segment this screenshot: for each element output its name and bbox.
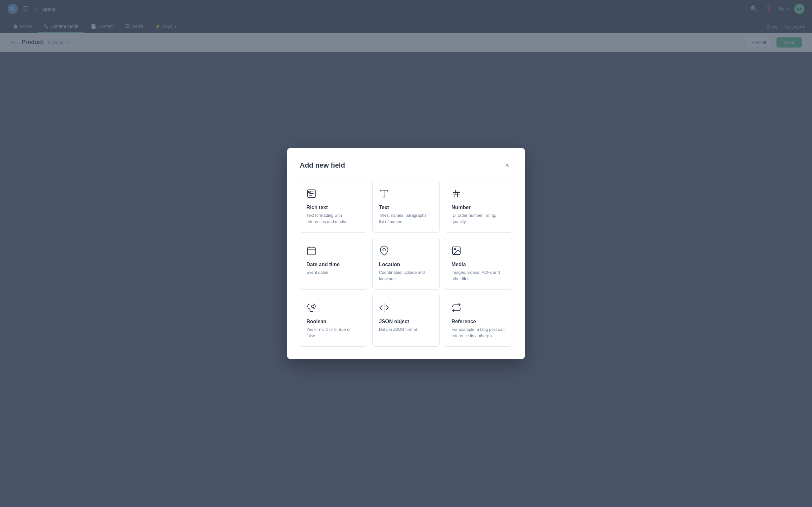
json-icon: [379, 302, 433, 314]
reference-icon: [451, 302, 506, 314]
field-card-location[interactable]: Location Coordinates: latitude and longi…: [372, 238, 440, 290]
field-desc-text: Titles, names, paragraphs, list of names: [379, 212, 433, 225]
svg-point-15: [383, 248, 386, 251]
svg-line-10: [457, 190, 458, 198]
field-card-json[interactable]: JSON object Data in JSON format: [372, 295, 440, 347]
field-name-media: Media: [451, 262, 506, 268]
field-desc-json: Data in JSON format: [379, 326, 433, 333]
modal-header: Add new field ×: [300, 160, 512, 170]
text-icon: [379, 188, 433, 200]
field-card-text[interactable]: Text Titles, names, paragraphs, list of …: [372, 181, 440, 233]
field-card-boolean[interactable]: Boolean Yes or no, 1 or 0, true or false: [300, 295, 367, 347]
media-icon: [451, 245, 506, 257]
rich-text-icon: [306, 188, 361, 200]
field-name-rich-text: Rich text: [306, 205, 361, 210]
field-desc-location: Coordinates: latitude and longitude: [379, 269, 433, 282]
field-desc-date-time: Event dates: [306, 269, 361, 276]
field-name-reference: Reference: [451, 319, 506, 325]
date-icon: [306, 245, 361, 257]
field-name-json: JSON object: [379, 319, 433, 325]
add-field-modal: Add new field × Rich text Text formattin…: [287, 148, 525, 359]
location-icon: [379, 245, 433, 257]
number-icon: [451, 188, 506, 200]
field-card-rich-text[interactable]: Rich text Text formatting with reference…: [300, 181, 367, 233]
field-desc-reference: For example, a blog post can reference i…: [451, 326, 506, 339]
field-card-date-time[interactable]: Date and time Event dates: [300, 238, 367, 290]
svg-point-18: [311, 305, 314, 308]
field-desc-boolean: Yes or no, 1 or 0, true or false: [306, 326, 361, 339]
modal-close-button[interactable]: ×: [502, 160, 512, 170]
field-desc-number: ID, order number, rating, quantity: [451, 212, 506, 225]
field-name-number: Number: [451, 205, 506, 210]
boolean-icon: [306, 302, 361, 314]
field-desc-rich-text: Text formatting with references and medi…: [306, 212, 361, 225]
field-name-boolean: Boolean: [306, 319, 361, 325]
field-name-text: Text: [379, 205, 433, 210]
field-name-location: Location: [379, 262, 433, 268]
field-grid: Rich text Text formatting with reference…: [300, 181, 512, 347]
field-card-number[interactable]: Number ID, order number, rating, quantit…: [445, 181, 512, 233]
svg-point-17: [455, 248, 456, 250]
field-card-reference[interactable]: Reference For example, a blog post can r…: [445, 295, 512, 347]
svg-rect-11: [308, 247, 315, 255]
field-desc-media: Images, videos, PDFs and other files: [451, 269, 506, 282]
field-card-media[interactable]: Media Images, videos, PDFs and other fil…: [445, 238, 512, 290]
modal-title: Add new field: [300, 161, 345, 170]
field-name-date-time: Date and time: [306, 262, 361, 268]
svg-line-9: [455, 190, 456, 198]
